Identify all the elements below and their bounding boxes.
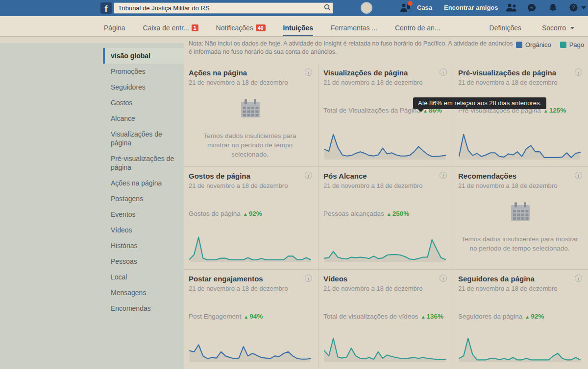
search-icon[interactable] — [322, 4, 333, 13]
insight-card-pre-visualizacoes-de-pagina[interactable]: Pré-visualizações de página 21 de novemb… — [453, 64, 588, 167]
card-date-range: 21 de novembro a 18 de dezembro — [189, 182, 311, 189]
sparkline-chart — [323, 130, 446, 161]
sidebar-item-promocoes[interactable]: Promoções — [103, 64, 184, 79]
insight-cards-grid: Ações na página 21 de novembro a 18 de d… — [184, 64, 588, 369]
sparkline-chart — [458, 130, 581, 161]
tab-centro-de-anuncios[interactable]: Centro de an... — [395, 16, 441, 36]
metric-label: Gostos de página — [189, 210, 241, 217]
info-icon[interactable]: i — [575, 172, 582, 179]
info-icon[interactable]: i — [305, 275, 312, 282]
tab-ferramentas[interactable]: Ferramentas ... — [331, 16, 377, 36]
overview-content: Nota: Não inclui os dados de hoje. A ati… — [184, 37, 588, 369]
comparison-tooltip: Até 86% em relação aos 28 dias anteriore… — [413, 97, 546, 109]
insight-card-gostos-de-pagina[interactable]: Gostos de página 21 de novembro a 18 de … — [184, 167, 318, 270]
calendar-icon — [239, 98, 261, 119]
legend-paid-label: Pago — [569, 41, 584, 48]
info-icon[interactable]: i — [575, 69, 582, 76]
help-menu[interactable]: Socorro — [542, 16, 574, 36]
sidebar-item-local[interactable]: Local — [103, 269, 184, 285]
metric-delta: 250% — [392, 210, 410, 217]
sidebar-item-visualizacoes-de-pagina[interactable]: Visualizações de página — [103, 126, 184, 151]
metric-delta: 136% — [427, 313, 444, 320]
metric-delta: 92% — [531, 313, 544, 320]
account-menu-caret-icon[interactable] — [581, 6, 586, 9]
organic-color-swatch — [516, 42, 522, 48]
sidebar-item-alcance[interactable]: Alcance — [103, 111, 184, 126]
card-title: Pós Alcance — [323, 172, 446, 180]
sidebar-item-mensagens[interactable]: Mensagens — [103, 285, 184, 300]
card-title: Recomendações — [458, 172, 581, 180]
info-icon[interactable]: i — [575, 275, 582, 282]
sidebar-item-eventos[interactable]: Eventos — [103, 207, 184, 222]
profile-avatar[interactable] — [361, 2, 372, 14]
home-link[interactable]: Casa — [417, 4, 432, 11]
info-icon[interactable]: i — [440, 69, 447, 76]
info-icon[interactable]: i — [305, 172, 312, 179]
sidebar-item-encomendas[interactable]: Encomendas — [103, 300, 184, 316]
metric-delta: 92% — [249, 210, 262, 217]
insight-card-pos-alcance[interactable]: Pós Alcance 21 de novembro a 18 de dezem… — [318, 167, 453, 270]
insight-card-acoes-na-pagina[interactable]: Ações na página 21 de novembro a 18 de d… — [184, 64, 318, 167]
empty-state-text: Temos dados insuficientes para mostrar n… — [189, 131, 311, 159]
info-icon[interactable]: i — [440, 172, 447, 179]
insight-card-postar-engajamentos[interactable]: Postar engajamentos 21 de novembro a 18 … — [184, 270, 318, 369]
metric-delta: 94% — [249, 313, 263, 320]
sidebar-item-seguidores[interactable]: Seguidores — [103, 79, 184, 95]
empty-state-text: Temos dados insuficientes para mostrar n… — [458, 234, 581, 253]
info-icon[interactable]: i — [305, 69, 312, 76]
increase-arrow-icon: ▲ — [387, 211, 392, 217]
legend: Orgânico Pago — [516, 41, 584, 48]
sidebar-item-postagens[interactable]: Postagens — [103, 191, 184, 207]
card-date-range: 21 de novembro a 18 de dezembro — [323, 182, 446, 189]
sidebar-item-gostos[interactable]: Gostos — [103, 95, 184, 111]
sidebar-item-acoes-na-pagina[interactable]: Ações na página — [103, 175, 184, 191]
notification-dot — [408, 1, 413, 6]
card-title: Vídeos — [323, 275, 446, 283]
sparkline-chart — [458, 333, 581, 363]
friend-requests-icon[interactable] — [506, 3, 517, 14]
messenger-icon[interactable] — [527, 3, 536, 14]
card-date-range: 21 de novembro a 18 de dezembro — [323, 285, 446, 292]
insight-card-seguidores-da-pagina[interactable]: Seguidores da página 21 de novembro a 18… — [453, 270, 588, 369]
tab-notificacoes[interactable]: Notificações40 — [216, 16, 266, 36]
tab-caixa-de-entrada[interactable]: Caixa de entr...1 — [143, 16, 198, 36]
profile-shortcut-icon[interactable] — [400, 3, 412, 14]
sparkline-chart — [189, 233, 312, 263]
sidebar-item-pessoas[interactable]: Pessoas — [103, 254, 184, 269]
find-friends-link[interactable]: Encontrar amigos — [444, 4, 498, 11]
metric-label: Total de visualizações de vídeos — [323, 313, 418, 320]
info-icon[interactable]: i — [440, 275, 447, 282]
sidebar-item-visao-global[interactable]: visão global — [103, 48, 184, 64]
insight-card-videos[interactable]: Vídeos 21 de novembro a 18 de dezembro i… — [318, 270, 453, 369]
increase-arrow-icon: ▲ — [525, 314, 530, 320]
card-title: Seguidores da página — [458, 275, 581, 283]
timezone-note: Nota: Não inclui os dados de hoje. A ati… — [189, 40, 514, 56]
sparkline-chart — [189, 333, 312, 363]
card-title: Pré-visualizações de página — [458, 69, 581, 77]
sidebar-item-historias[interactable]: Histórias — [103, 238, 184, 254]
settings-link[interactable]: Definições — [490, 16, 521, 36]
card-date-range: 21 de novembro a 18 de dezembro — [458, 285, 581, 292]
tab-pagina[interactable]: Página — [104, 16, 125, 36]
tab-intuicoes[interactable]: Intuições — [283, 16, 313, 36]
metric-label: Seguidores da página — [458, 313, 522, 320]
search-input[interactable] — [114, 4, 322, 12]
notifications-badge: 40 — [256, 24, 266, 31]
facebook-top-bar: f Casa Encontrar amigos ? — [0, 0, 588, 16]
help-icon[interactable]: ? — [569, 3, 578, 14]
notifications-bell-icon[interactable] — [549, 3, 557, 14]
sidebar-item-pre-visualizacoes-de-pagina[interactable]: Pré-visualizações de página — [103, 151, 184, 175]
calendar-icon — [509, 201, 531, 223]
sparkline-chart — [323, 233, 446, 263]
page-nav-bar: Página Caixa de entr...1 Notificações40 … — [0, 16, 588, 37]
metric-label: Total de Visualizações da Página — [323, 107, 420, 114]
facebook-logo[interactable]: f — [100, 2, 112, 14]
card-title: Ações na página — [189, 69, 311, 77]
metric-delta: 125% — [549, 107, 566, 114]
search-box[interactable] — [114, 2, 333, 14]
sidebar-item-videos[interactable]: Vídeos — [103, 222, 184, 238]
insight-card-recomendacoes[interactable]: Recomendações 21 de novembro a 18 de dez… — [453, 167, 588, 270]
insight-card-visualizacoes-de-pagina[interactable]: Visualizações de página 21 de novembro a… — [318, 64, 453, 167]
inbox-badge: 1 — [192, 24, 198, 31]
card-title: Gostos de página — [189, 172, 311, 180]
